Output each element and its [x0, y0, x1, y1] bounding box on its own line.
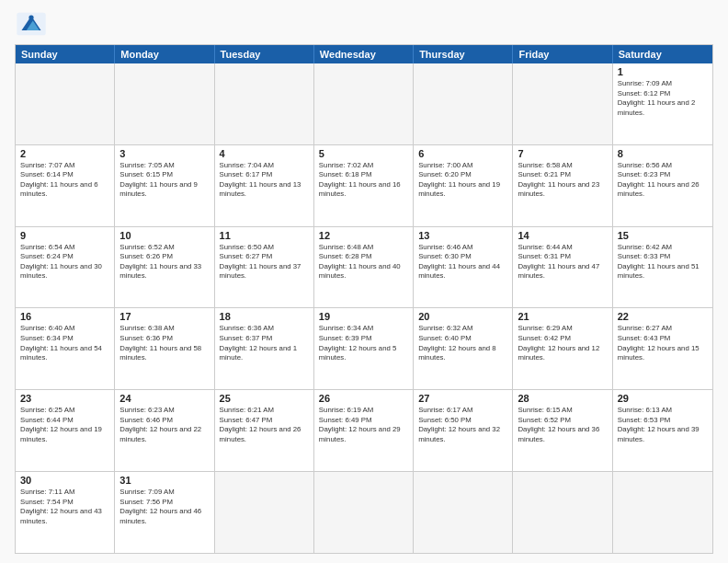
day-info: Sunrise: 7:00 AM Sunset: 6:20 PM Dayligh…: [418, 161, 507, 200]
day-info: Sunrise: 6:32 AM Sunset: 6:40 PM Dayligh…: [418, 324, 507, 362]
day-info: Sunrise: 6:48 AM Sunset: 6:28 PM Dayligh…: [319, 243, 408, 282]
day-number: 2: [20, 148, 109, 159]
calendar-day-25: 25Sunrise: 6:21 AM Sunset: 6:47 PM Dayli…: [215, 390, 314, 471]
calendar-day-27: 27Sunrise: 6:17 AM Sunset: 6:50 PM Dayli…: [414, 390, 513, 471]
calendar-empty-cell: [215, 472, 314, 553]
calendar-body: 1Sunrise: 7:09 AM Sunset: 6:12 PM Daylig…: [16, 63, 712, 553]
calendar-day-28: 28Sunrise: 6:15 AM Sunset: 6:52 PM Dayli…: [513, 390, 612, 471]
calendar-day-18: 18Sunrise: 6:36 AM Sunset: 6:37 PM Dayli…: [215, 308, 314, 389]
calendar-day-29: 29Sunrise: 6:13 AM Sunset: 6:53 PM Dayli…: [613, 390, 712, 471]
calendar-day-3: 3Sunrise: 7:05 AM Sunset: 6:15 PM Daylig…: [115, 145, 214, 226]
day-info: Sunrise: 7:07 AM Sunset: 6:14 PM Dayligh…: [20, 161, 109, 200]
day-number: 9: [20, 230, 109, 241]
calendar-day-22: 22Sunrise: 6:27 AM Sunset: 6:43 PM Dayli…: [613, 308, 712, 389]
day-number: 8: [618, 148, 708, 159]
calendar-day-17: 17Sunrise: 6:38 AM Sunset: 6:36 PM Dayli…: [115, 308, 214, 389]
day-info: Sunrise: 7:04 AM Sunset: 6:17 PM Dayligh…: [220, 161, 309, 200]
day-info: Sunrise: 6:15 AM Sunset: 6:52 PM Dayligh…: [518, 406, 607, 444]
day-number: 17: [119, 311, 209, 322]
calendar-empty-cell: [16, 63, 115, 144]
day-number: 28: [518, 393, 607, 404]
day-info: Sunrise: 7:09 AM Sunset: 6:12 PM Dayligh…: [618, 79, 708, 118]
calendar-day-26: 26Sunrise: 6:19 AM Sunset: 6:49 PM Dayli…: [314, 390, 414, 471]
day-info: Sunrise: 7:11 AM Sunset: 7:54 PM Dayligh…: [20, 488, 109, 526]
day-info: Sunrise: 6:27 AM Sunset: 6:43 PM Dayligh…: [618, 324, 708, 362]
day-info: Sunrise: 6:29 AM Sunset: 6:42 PM Dayligh…: [518, 324, 607, 362]
calendar-day-13: 13Sunrise: 6:46 AM Sunset: 6:30 PM Dayli…: [414, 227, 513, 308]
day-number: 26: [319, 393, 408, 404]
logo: [15, 11, 51, 37]
day-number: 20: [418, 311, 507, 322]
day-info: Sunrise: 6:50 AM Sunset: 6:27 PM Dayligh…: [220, 243, 309, 282]
day-info: Sunrise: 7:09 AM Sunset: 7:56 PM Dayligh…: [119, 488, 209, 526]
day-number: 1: [618, 66, 708, 77]
calendar-empty-cell: [314, 472, 414, 553]
calendar-header-row: SundayMondayTuesdayWednesdayThursdayFrid…: [16, 45, 712, 63]
svg-point-3: [28, 15, 33, 19]
day-info: Sunrise: 7:05 AM Sunset: 6:15 PM Dayligh…: [119, 161, 209, 200]
day-info: Sunrise: 6:13 AM Sunset: 6:53 PM Dayligh…: [618, 406, 708, 444]
day-info: Sunrise: 6:34 AM Sunset: 6:39 PM Dayligh…: [319, 324, 408, 362]
day-number: 30: [20, 475, 109, 486]
calendar-day-12: 12Sunrise: 6:48 AM Sunset: 6:28 PM Dayli…: [314, 227, 414, 308]
day-number: 25: [220, 393, 309, 404]
logo-icon: [15, 11, 48, 37]
calendar-day-6: 6Sunrise: 7:00 AM Sunset: 6:20 PM Daylig…: [414, 145, 513, 226]
day-info: Sunrise: 6:54 AM Sunset: 6:24 PM Dayligh…: [20, 243, 109, 282]
calendar-empty-cell: [513, 472, 612, 553]
calendar-day-21: 21Sunrise: 6:29 AM Sunset: 6:42 PM Dayli…: [513, 308, 612, 389]
day-info: Sunrise: 6:19 AM Sunset: 6:49 PM Dayligh…: [319, 406, 408, 444]
calendar-day-11: 11Sunrise: 6:50 AM Sunset: 6:27 PM Dayli…: [215, 227, 314, 308]
calendar-day-15: 15Sunrise: 6:42 AM Sunset: 6:33 PM Dayli…: [613, 227, 712, 308]
day-number: 14: [518, 230, 607, 241]
calendar-day-24: 24Sunrise: 6:23 AM Sunset: 6:46 PM Dayli…: [115, 390, 214, 471]
day-number: 6: [418, 148, 507, 159]
day-number: 16: [20, 311, 109, 322]
header-day-saturday: Saturday: [613, 45, 712, 63]
calendar-week-3: 9Sunrise: 6:54 AM Sunset: 6:24 PM Daylig…: [16, 227, 712, 309]
calendar-day-7: 7Sunrise: 6:58 AM Sunset: 6:21 PM Daylig…: [513, 145, 612, 226]
day-info: Sunrise: 6:44 AM Sunset: 6:31 PM Dayligh…: [518, 243, 607, 282]
calendar-day-8: 8Sunrise: 6:56 AM Sunset: 6:23 PM Daylig…: [613, 145, 712, 226]
day-number: 29: [618, 393, 708, 404]
day-number: 24: [119, 393, 209, 404]
day-info: Sunrise: 6:17 AM Sunset: 6:50 PM Dayligh…: [418, 406, 507, 444]
day-info: Sunrise: 6:40 AM Sunset: 6:34 PM Dayligh…: [20, 324, 109, 362]
header-day-sunday: Sunday: [16, 45, 115, 63]
calendar-day-20: 20Sunrise: 6:32 AM Sunset: 6:40 PM Dayli…: [414, 308, 513, 389]
header-day-tuesday: Tuesday: [215, 45, 314, 63]
day-info: Sunrise: 6:38 AM Sunset: 6:36 PM Dayligh…: [119, 324, 209, 362]
calendar-day-31: 31Sunrise: 7:09 AM Sunset: 7:56 PM Dayli…: [115, 472, 214, 553]
calendar-day-5: 5Sunrise: 7:02 AM Sunset: 6:18 PM Daylig…: [314, 145, 414, 226]
day-number: 21: [518, 311, 607, 322]
day-info: Sunrise: 6:23 AM Sunset: 6:46 PM Dayligh…: [119, 406, 209, 444]
page-header: [15, 11, 713, 37]
day-info: Sunrise: 6:36 AM Sunset: 6:37 PM Dayligh…: [220, 324, 309, 362]
header-day-monday: Monday: [115, 45, 214, 63]
calendar-day-10: 10Sunrise: 6:52 AM Sunset: 6:26 PM Dayli…: [115, 227, 214, 308]
calendar-empty-cell: [215, 63, 314, 144]
day-info: Sunrise: 6:42 AM Sunset: 6:33 PM Dayligh…: [618, 243, 708, 282]
calendar-empty-cell: [513, 63, 612, 144]
day-number: 22: [618, 311, 708, 322]
day-info: Sunrise: 6:46 AM Sunset: 6:30 PM Dayligh…: [418, 243, 507, 282]
day-number: 4: [220, 148, 309, 159]
calendar-day-14: 14Sunrise: 6:44 AM Sunset: 6:31 PM Dayli…: [513, 227, 612, 308]
day-info: Sunrise: 6:52 AM Sunset: 6:26 PM Dayligh…: [119, 243, 209, 282]
header-day-wednesday: Wednesday: [314, 45, 414, 63]
day-info: Sunrise: 6:21 AM Sunset: 6:47 PM Dayligh…: [220, 406, 309, 444]
calendar-empty-cell: [613, 472, 712, 553]
calendar-day-2: 2Sunrise: 7:07 AM Sunset: 6:14 PM Daylig…: [16, 145, 115, 226]
calendar-day-1: 1Sunrise: 7:09 AM Sunset: 6:12 PM Daylig…: [613, 63, 712, 144]
day-info: Sunrise: 6:58 AM Sunset: 6:21 PM Dayligh…: [518, 161, 607, 200]
calendar-week-1: 1Sunrise: 7:09 AM Sunset: 6:12 PM Daylig…: [16, 63, 712, 145]
calendar-day-9: 9Sunrise: 6:54 AM Sunset: 6:24 PM Daylig…: [16, 227, 115, 308]
day-info: Sunrise: 7:02 AM Sunset: 6:18 PM Dayligh…: [319, 161, 408, 200]
calendar-empty-cell: [314, 63, 414, 144]
day-info: Sunrise: 6:25 AM Sunset: 6:44 PM Dayligh…: [20, 406, 109, 444]
calendar-empty-cell: [115, 63, 214, 144]
day-number: 27: [418, 393, 507, 404]
day-info: Sunrise: 6:56 AM Sunset: 6:23 PM Dayligh…: [618, 161, 708, 200]
calendar-day-30: 30Sunrise: 7:11 AM Sunset: 7:54 PM Dayli…: [16, 472, 115, 553]
day-number: 3: [119, 148, 209, 159]
